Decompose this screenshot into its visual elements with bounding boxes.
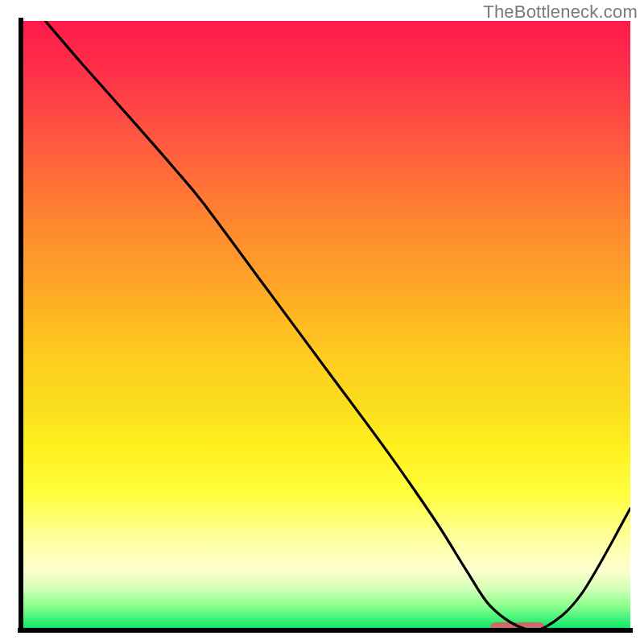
chart-container: TheBottleneck.com bbox=[0, 0, 644, 644]
optimum-marker bbox=[490, 622, 545, 633]
gradient-background bbox=[21, 21, 630, 630]
attribution-text: TheBottleneck.com bbox=[483, 2, 638, 23]
